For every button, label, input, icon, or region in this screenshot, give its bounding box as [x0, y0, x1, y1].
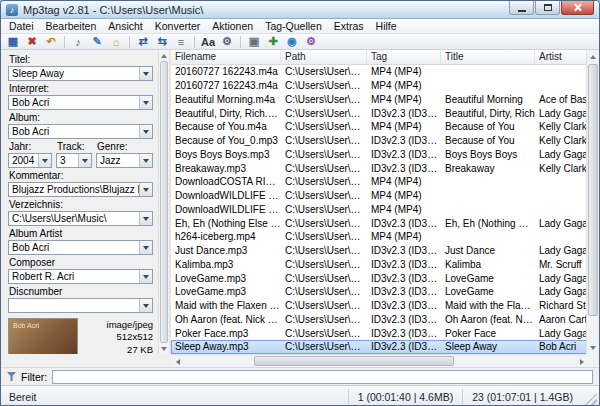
table-row[interactable]: LoveGame.mp3C:\Users\User\Music\La...ID3…	[171, 271, 588, 285]
scroll-down-icon[interactable]	[159, 343, 169, 354]
paste-tag-button[interactable]: ✚	[264, 34, 282, 49]
table-row[interactable]: Because of You.m4aC:\Users\User\Music\MP…	[171, 120, 588, 134]
directory-field[interactable]: C:\Users\User\Music\	[8, 211, 153, 226]
textfile-to-tag-button[interactable]: ≡	[172, 34, 190, 49]
column-header-artist[interactable]: Artist	[535, 50, 588, 64]
cell-artist: Kelly Clarkson	[535, 121, 588, 132]
albumartist-field[interactable]: Bob Acri	[8, 240, 153, 255]
year-field[interactable]: 2004	[8, 153, 52, 168]
chevron-down-icon[interactable]	[139, 154, 152, 167]
menu-bearbeiten[interactable]: Bearbeiten	[40, 19, 103, 33]
column-header-path[interactable]: Path	[281, 50, 367, 64]
chevron-down-icon[interactable]	[139, 67, 152, 80]
chevron-down-icon[interactable]	[139, 125, 152, 138]
chevron-down-icon[interactable]	[139, 299, 152, 312]
cell-artist: Lady Gaga	[535, 218, 588, 229]
cell-path: C:\Users\User\Music\La...	[281, 149, 367, 160]
table-row[interactable]: Eh, Eh (Nothing Else I C...C:\Users\User…	[171, 216, 588, 230]
cell-path: C:\Users\User\Music\T...	[281, 190, 367, 201]
horizontal-scrollbar-track[interactable]	[184, 355, 575, 367]
table-row[interactable]: Maid with the Flaxen Hair...C:\Users\Use…	[171, 299, 588, 313]
menu-hilfe[interactable]: Hilfe	[370, 19, 403, 33]
copy-tag-button[interactable]: ▣	[245, 34, 263, 49]
save-tag-button[interactable]: ▦	[4, 34, 22, 49]
menu-extras[interactable]: Extras	[328, 19, 370, 33]
cell-tag: ID3v2.3 (ID3v1 ID3v2.3)	[367, 273, 441, 284]
web-sources-button[interactable]: ◉	[283, 34, 301, 49]
table-row[interactable]: Boys Boys Boys.mp3C:\Users\User\Music\La…	[171, 148, 588, 162]
cell-title: Eh, Eh (Nothing Else I C...	[441, 218, 535, 229]
track-field[interactable]: 3	[56, 153, 92, 168]
chevron-down-icon[interactable]	[38, 154, 51, 167]
menu-konverter[interactable]: Konverter	[149, 19, 207, 33]
table-row[interactable]: 20160727 162243.m4aC:\Users\User\Music\T…	[171, 65, 588, 79]
change-directory-button[interactable]: ⌂	[107, 34, 125, 49]
composer-field[interactable]: Robert R. Acri	[8, 269, 153, 284]
table-row[interactable]: Beautiful, Dirty, Rich.mp3C:\Users\User\…	[171, 106, 588, 120]
table-row[interactable]: Breakaway.mp3C:\Users\User\Music\ID3v2.3…	[171, 161, 588, 175]
menu-aktionen[interactable]: Aktionen	[206, 19, 259, 33]
title-field[interactable]: Sleep Away	[8, 66, 153, 81]
column-header-tag[interactable]: Tag	[367, 50, 441, 64]
table-row[interactable]: DownloadWILDLIFE IN 4...C:\Users\User\Mu…	[171, 189, 588, 203]
horizontal-scrollbar-thumb[interactable]	[254, 356, 454, 366]
table-row[interactable]: Kalimba.mp3C:\Users\User\Music\ID3v2.3 (…	[171, 258, 588, 272]
horizontal-scrollbar[interactable]	[171, 354, 588, 367]
table-row[interactable]: 20160727 162243.m4aC:\Users\User\Music\T…	[171, 79, 588, 93]
album-cover-thumbnail[interactable]: Bob Acri	[8, 318, 78, 354]
table-row[interactable]: DownloadCOSTA RICA I...C:\Users\User\Mus…	[171, 175, 588, 189]
genre-field[interactable]: Jazz	[96, 153, 153, 168]
chevron-down-icon[interactable]	[139, 96, 152, 109]
table-row[interactable]: Because of You_0.mp3C:\Users\User\Music\…	[171, 134, 588, 148]
table-row[interactable]: Poker Face.mp3C:\Users\User\Music\La...I…	[171, 326, 588, 340]
menu-tag-quellen[interactable]: Tag-Quellen	[259, 19, 328, 33]
minimize-button[interactable]	[509, 1, 534, 15]
case-conversion-button[interactable]: Aa	[199, 34, 217, 49]
vertical-scrollbar-thumb[interactable]	[588, 64, 598, 316]
extended-tags-button[interactable]: ✎	[88, 34, 106, 49]
chevron-down-icon[interactable]	[139, 183, 152, 196]
vertical-scrollbar[interactable]	[586, 50, 599, 354]
discnumber-field[interactable]	[8, 298, 153, 313]
menu-ansicht[interactable]: Ansicht	[102, 19, 148, 33]
scroll-up-icon[interactable]	[587, 50, 599, 63]
chevron-down-icon[interactable]	[139, 212, 152, 225]
comment-field[interactable]: Blujazz Productions\Blujazz Productions	[8, 182, 153, 197]
scroll-up-icon[interactable]	[159, 50, 169, 61]
artist-field[interactable]: Bob Acri	[8, 95, 153, 110]
chevron-down-icon[interactable]	[139, 241, 152, 254]
cell-tag: MP4 (MP4)	[367, 121, 441, 132]
resize-grip[interactable]	[584, 393, 597, 406]
tag-to-filename-button[interactable]: ⇄	[134, 34, 152, 49]
table-row[interactable]: DownloadWILDLIFE IN 4...C:\Users\User\Mu…	[171, 203, 588, 217]
column-header-filename[interactable]: Filename	[171, 50, 281, 64]
filename-to-tag-button[interactable]: ⇆	[153, 34, 171, 49]
table-row[interactable]: h264-iceberg.mp4C:\Users\User\Music\T...…	[171, 230, 588, 244]
genre-field-label: Genre:	[97, 141, 152, 152]
actions-button[interactable]: ⚙	[218, 34, 236, 49]
titlebar[interactable]: ♪ Mp3tag v2.81 - C:\Users\User\Music\	[1, 1, 599, 19]
new-playlist-button[interactable]: ♪	[69, 34, 87, 49]
options-button[interactable]: ⚙	[302, 34, 320, 49]
table-row[interactable]: Beautiful Morning.m4aC:\Users\User\Music…	[171, 93, 588, 107]
column-header-title[interactable]: Title	[441, 50, 535, 64]
maximize-button[interactable]	[535, 1, 560, 15]
album-field[interactable]: Bob Acri	[8, 124, 153, 139]
table-row[interactable]: LoveGame.mp3C:\Users\User\Music\ID3v2.3 …	[171, 285, 588, 299]
remove-tag-button[interactable]: ✖	[23, 34, 41, 49]
cell-filename: DownloadCOSTA RICA I...	[171, 176, 281, 187]
panel-scrollbar[interactable]	[158, 50, 169, 354]
table-row[interactable]: Just Dance.mp3C:\Users\User\Music\La...I…	[171, 244, 588, 258]
scroll-down-icon[interactable]	[587, 341, 599, 354]
table-row[interactable]: Oh Aaron (feat. Nick Ca...C:\Users\User\…	[171, 313, 588, 327]
table-row[interactable]: Sleep Away.mp3C:\Users\User\Music\ID3v2.…	[171, 340, 588, 354]
filter-icon[interactable]	[7, 372, 16, 381]
cell-filename: 20160727 162243.m4a	[171, 80, 281, 91]
chevron-down-icon[interactable]	[78, 154, 91, 167]
panel-scrollbar-thumb[interactable]	[160, 61, 168, 343]
filter-input[interactable]	[52, 370, 593, 384]
menu-datei[interactable]: Datei	[3, 19, 40, 33]
close-button[interactable]	[561, 1, 594, 15]
undo-button[interactable]: ↶	[42, 34, 60, 49]
chevron-down-icon[interactable]	[139, 270, 152, 283]
